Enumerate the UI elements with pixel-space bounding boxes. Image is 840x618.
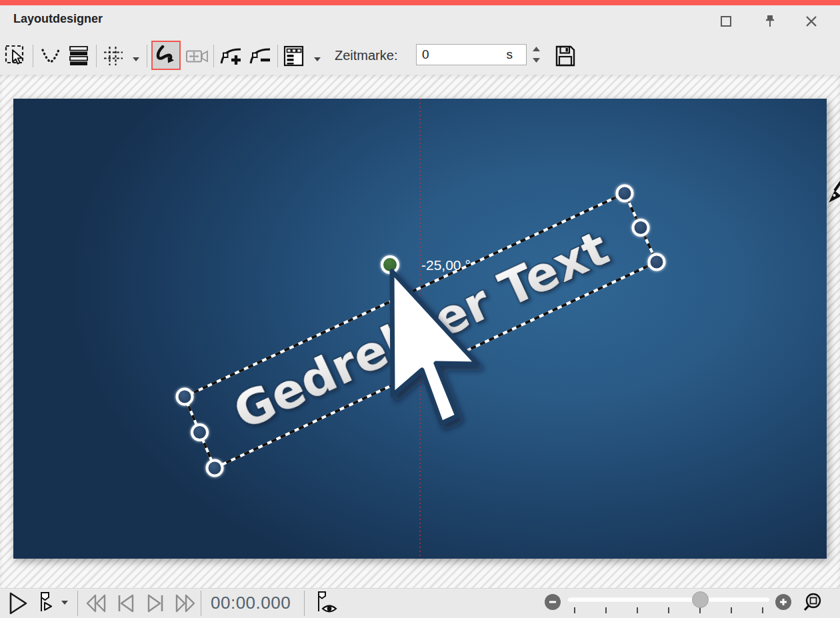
timemarker-eye-icon [314, 590, 339, 617]
previous-button[interactable] [113, 591, 139, 616]
layoutdesigner-window: Layoutdesigner [0, 0, 840, 618]
close-button[interactable] [803, 13, 820, 30]
spinner-arrows-icon [529, 45, 544, 66]
rewind-button[interactable] [84, 591, 109, 616]
play-button[interactable] [5, 591, 31, 616]
curve-minus-icon [247, 44, 273, 68]
toolbar-separator [213, 45, 214, 67]
rewind-icon [85, 592, 109, 615]
playback-separator [77, 591, 78, 616]
stacked-bars-icon [67, 44, 91, 68]
resize-handle-top-right[interactable] [617, 186, 633, 201]
play-options-dropdown[interactable] [60, 598, 69, 607]
fast-forward-button[interactable] [172, 591, 197, 616]
workspace: Gedrehter Text -25,00 ° [0, 75, 840, 588]
save-button[interactable] [553, 43, 578, 69]
grid-icon [101, 44, 125, 68]
timemarker-visibility-button[interactable] [314, 591, 339, 616]
next-button[interactable] [143, 591, 168, 616]
rotation-angle-label: -25,00 ° [421, 257, 471, 273]
zeitmarke-spinner[interactable] [529, 45, 544, 66]
zoom-slider-thumb[interactable] [692, 591, 709, 608]
zoom-fit-icon [803, 591, 827, 615]
playback-bar: 00:00.000 [0, 588, 840, 618]
zoom-tick [762, 607, 763, 613]
zoom-out-button[interactable] [545, 594, 561, 610]
toolbar-separator [147, 45, 147, 67]
grid-tool-dropdown[interactable] [132, 53, 140, 59]
resize-handle-bottom-left[interactable] [207, 461, 223, 476]
previous-icon [114, 592, 138, 615]
s-curve-arrow-icon [153, 43, 179, 68]
zoom-in-icon [779, 597, 788, 607]
resize-handle-top-left[interactable] [177, 389, 193, 405]
zoom-slider-rail[interactable] [567, 597, 770, 602]
zoom-slider[interactable] [567, 589, 770, 618]
zoom-fit-button[interactable] [802, 591, 827, 616]
playback-separator [304, 591, 305, 616]
toolbar-separator [277, 45, 278, 67]
close-icon [805, 15, 818, 28]
toolbar-separator [33, 45, 33, 67]
table-icon [282, 43, 307, 69]
camera-pan-tool-button[interactable] [185, 43, 210, 69]
select-tool-button[interactable] [3, 43, 29, 69]
pen-icon[interactable] [827, 175, 840, 205]
titlebar: Layoutdesigner [0, 5, 840, 37]
grid-tool-button[interactable] [101, 43, 126, 69]
toolbar: Zeitmarke: 0 s [0, 37, 840, 75]
toolbar-separator [96, 45, 97, 67]
smooth-path-tool-button[interactable] [38, 43, 63, 69]
curve-plus-icon [218, 44, 243, 68]
zoom-tick [637, 607, 638, 613]
zeitmarke-input[interactable]: 0 s [416, 44, 527, 65]
zoom-in-button[interactable] [775, 594, 791, 610]
zoom-tick [574, 607, 575, 613]
dropdown-caret-icon [132, 57, 140, 62]
resize-handle-right-mid[interactable] [633, 220, 649, 235]
playback-separator [201, 591, 201, 616]
dropdown-caret-icon [313, 57, 321, 62]
zoom-tick [605, 607, 607, 613]
camera-pan-icon [185, 44, 210, 68]
dotted-curve-icon [39, 44, 63, 68]
text-table-dropdown[interactable] [313, 53, 321, 59]
zoom-tick [731, 607, 732, 613]
pin-icon [763, 14, 777, 29]
dropdown-caret-icon [61, 600, 69, 605]
next-icon [143, 592, 167, 615]
timemarker-play-icon [36, 591, 56, 616]
zoom-tick [668, 607, 669, 613]
time-display: 00:00.000 [211, 593, 301, 613]
play-from-timemarker-button[interactable] [33, 591, 59, 616]
layer-stack-tool-button[interactable] [66, 43, 91, 69]
layout-canvas[interactable]: Gedrehter Text -25,00 ° [13, 99, 827, 559]
play-icon [7, 591, 29, 616]
window-title: Layoutdesigner [13, 12, 103, 26]
zoom-tick [699, 607, 701, 613]
resize-handle-bottom-right[interactable] [649, 255, 665, 270]
maximize-icon [720, 15, 732, 27]
maximize-button[interactable] [717, 13, 735, 30]
select-cursor-icon [4, 44, 28, 68]
text-table-tool-button[interactable] [282, 43, 307, 69]
zeitmarke-label: Zeitmarke: [335, 37, 397, 75]
add-curve-point-button[interactable] [218, 43, 243, 69]
resize-handle-left-mid[interactable] [192, 425, 207, 440]
zeitmarke-value: 0 [417, 47, 507, 62]
motion-curve-tool-button[interactable] [151, 41, 181, 70]
zeitmarke-unit: s [507, 47, 527, 62]
remove-curve-point-button[interactable] [247, 43, 273, 69]
zoom-out-icon [548, 597, 557, 607]
save-icon [553, 44, 577, 68]
fast-forward-icon [173, 592, 197, 615]
accent-top-bar [0, 0, 840, 5]
pin-button[interactable] [761, 13, 779, 30]
